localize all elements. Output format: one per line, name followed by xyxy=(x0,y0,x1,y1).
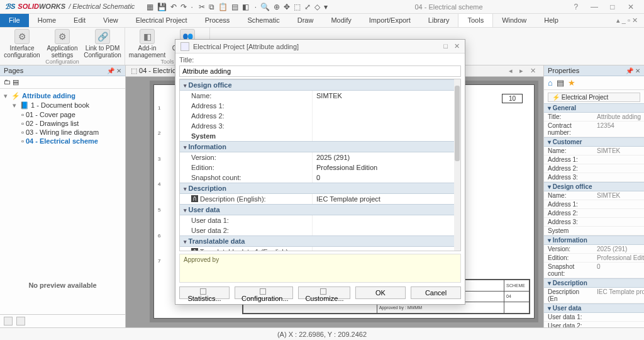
app-settings-button[interactable]: ⚙Application settings xyxy=(44,29,80,59)
prop-section[interactable]: ▾ Description xyxy=(544,278,644,288)
grid-row[interactable]: Address 2: xyxy=(180,111,460,121)
target-icon[interactable]: ⊕ xyxy=(274,3,280,11)
qat-icon[interactable]: ✥ xyxy=(284,3,290,11)
qat-icon[interactable]: ▤ xyxy=(231,3,238,11)
tab-electrical-project[interactable]: Electrical Project xyxy=(127,14,196,27)
undo-icon[interactable]: ↶ xyxy=(170,3,177,11)
tab-edit[interactable]: Edit xyxy=(65,14,94,27)
scrollbar-thumb[interactable] xyxy=(455,86,460,161)
prop-row[interactable]: User data 1: xyxy=(544,313,644,322)
grid-row[interactable]: Edition:Professional Edition xyxy=(180,162,460,173)
maximize-icon[interactable]: □ xyxy=(443,42,448,50)
prop-row[interactable]: Address 1: xyxy=(544,156,644,164)
list-icon[interactable]: ▤ xyxy=(13,78,19,86)
grid-row[interactable]: 🅰 Translatable data 1 (English): xyxy=(180,247,460,251)
panel-pin-icon[interactable]: 📌 ✕ xyxy=(107,67,121,74)
maximize-icon[interactable]: □ xyxy=(604,3,621,11)
prop-section[interactable]: ▾ General xyxy=(544,103,644,113)
save-icon[interactable]: 💾 xyxy=(157,3,167,11)
grid-row[interactable]: System xyxy=(180,131,460,141)
ok-button[interactable]: OK xyxy=(355,286,406,299)
redo-icon[interactable]: ↷ xyxy=(180,3,187,11)
prop-row[interactable]: Address 3: xyxy=(544,218,644,227)
prop-row[interactable]: Description (EnIEC Template pro xyxy=(544,288,644,303)
properties-tab[interactable]: ⚡ Electrical Project xyxy=(548,93,640,102)
prop-row[interactable]: Address 2: xyxy=(544,164,644,173)
prop-row[interactable]: Contract number:12354 xyxy=(544,122,644,137)
grid-section[interactable]: Design office xyxy=(180,79,460,91)
ribbon-collapse-icon[interactable]: ▴ _ ▫ ✕ xyxy=(610,14,644,27)
tab-process[interactable]: Process xyxy=(196,14,239,27)
grid-section[interactable]: Description xyxy=(180,183,460,194)
prop-section[interactable]: ▾ Design office xyxy=(544,182,644,191)
zoom-icon[interactable]: ⤢ xyxy=(304,3,311,11)
prop-section[interactable]: ▾ Customer xyxy=(544,137,644,147)
properties-toolbar[interactable]: ⌂▤★ xyxy=(544,76,644,90)
list-icon[interactable]: ▤ xyxy=(557,78,564,88)
prop-row[interactable]: Version:2025 (291) xyxy=(544,245,644,254)
statistics-button[interactable]: Statistics... xyxy=(179,286,230,299)
pages-footer[interactable] xyxy=(0,314,125,327)
prop-row[interactable]: User data 2: xyxy=(544,322,644,327)
star-icon[interactable]: ★ xyxy=(568,78,575,88)
tab-import-export[interactable]: Import/Export xyxy=(360,14,419,27)
tree-page[interactable]: ▫ 03 - Wiring line diagram xyxy=(4,128,121,137)
pages-tree[interactable]: ▾⚡ Attribute adding ▾📘 1 - Document book… xyxy=(0,89,125,148)
grid-row[interactable]: 🅰 Description (English):IEC Template pro… xyxy=(180,194,460,204)
prop-row[interactable]: Address 1: xyxy=(544,200,644,209)
close-icon[interactable]: ✕ xyxy=(623,3,639,11)
addin-button[interactable]: ◧Add-in management xyxy=(129,29,165,59)
footer-icon[interactable] xyxy=(16,317,25,326)
tree-page-selected[interactable]: ▫ 04 - Electrical scheme xyxy=(4,137,121,145)
cut-icon[interactable]: ✂ xyxy=(199,3,205,11)
prop-section[interactable]: ▾ Information xyxy=(544,235,644,245)
grid-section[interactable]: User data xyxy=(180,204,460,215)
properties-grid[interactable]: ▾ General Title:Attribute adding Contrac… xyxy=(544,103,644,327)
folder-icon[interactable]: 🗀 xyxy=(4,78,11,86)
interface-config-button[interactable]: ⚙Interface configuration xyxy=(4,29,40,59)
grid-row[interactable]: Version:2025 (291) xyxy=(180,152,460,162)
quick-access-toolbar[interactable]: ▦💾↶↷· ✂⧉📋▤◧ ·🔍⊕✥⬚⤢◇▾ xyxy=(145,3,330,11)
prop-row[interactable]: Address 2: xyxy=(544,209,644,218)
title-input[interactable] xyxy=(179,65,461,77)
copy-icon[interactable]: ⧉ xyxy=(209,3,214,11)
prop-row[interactable]: Name:SIMTEK xyxy=(544,191,644,200)
tab-modify[interactable]: Modify xyxy=(322,14,360,27)
tab-help[interactable]: Help xyxy=(535,14,567,27)
prop-row[interactable]: Edition:Professional Editio xyxy=(544,254,644,263)
grid-row[interactable]: Name:SIMTEK xyxy=(180,91,460,101)
tab-home[interactable]: Home xyxy=(29,14,65,27)
prop-row[interactable]: Name:SIMTEK xyxy=(544,147,644,156)
grid-row[interactable]: Address 1: xyxy=(180,101,460,111)
prop-row[interactable]: Title:Attribute adding xyxy=(544,113,644,122)
grid-row[interactable]: Snapshot count:0 xyxy=(180,173,460,183)
panel-pin-icon[interactable]: 📌 ✕ xyxy=(626,67,640,74)
qat-icon[interactable]: ◇ xyxy=(314,3,320,11)
tab-schematic[interactable]: Schematic xyxy=(238,14,288,27)
property-grid[interactable]: Design office Name:SIMTEK Address 1: Add… xyxy=(179,79,461,251)
minimize-icon[interactable]: — xyxy=(586,3,602,11)
customize-button[interactable]: Customize... xyxy=(298,286,350,299)
grid-section[interactable]: Translatable data xyxy=(180,235,460,247)
cancel-button[interactable]: Cancel xyxy=(411,286,461,299)
grid-row[interactable]: Address 3: xyxy=(180,121,460,131)
tree-project[interactable]: ▾⚡ Attribute adding xyxy=(4,91,121,101)
prop-row[interactable]: System xyxy=(544,227,644,235)
pdm-config-button[interactable]: 🔗Link to PDM Configuration xyxy=(84,29,121,59)
tab-tools[interactable]: Tools xyxy=(458,14,493,27)
close-icon[interactable]: ✕ xyxy=(454,42,460,50)
help-icon[interactable]: ? xyxy=(568,3,584,11)
prop-row[interactable]: Snapshot count:0 xyxy=(544,263,644,278)
tree-page[interactable]: ▫ 02 - Drawings list xyxy=(4,119,121,128)
search-icon[interactable]: 🔍 xyxy=(260,3,270,11)
dialog-titlebar[interactable]: Electrical Project [Attribute adding] □✕ xyxy=(175,40,465,54)
tree-page[interactable]: ▫ 01 - Cover page xyxy=(4,110,121,119)
qat-icon[interactable]: ◧ xyxy=(242,3,249,11)
configuration-button[interactable]: Configuration... xyxy=(235,286,293,299)
tab-window[interactable]: Window xyxy=(493,14,535,27)
grid-row[interactable]: User data 1: xyxy=(180,215,460,225)
qat-icon[interactable]: ⬚ xyxy=(294,3,301,11)
prop-row[interactable]: Address 3: xyxy=(544,173,644,182)
pages-toolbar[interactable]: 🗀 ▤ xyxy=(0,76,125,89)
tab-view[interactable]: View xyxy=(94,14,127,27)
